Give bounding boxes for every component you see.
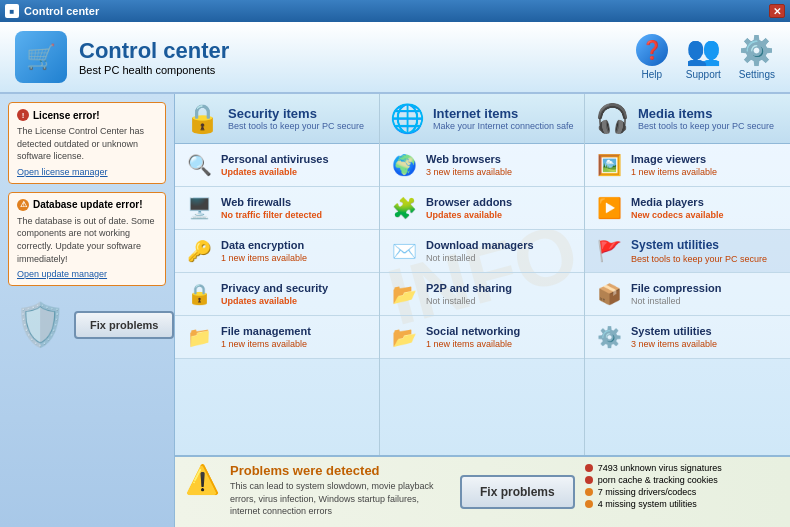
problem-item-2: porn cache & tracking cookies — [585, 475, 780, 485]
database-error-box: ⚠ Database update error! The database is… — [8, 192, 166, 286]
bullet-red-2 — [585, 476, 593, 484]
media-players-item[interactable]: ▶️ Media players New codecs available — [585, 187, 790, 230]
media-column: 🎧 Media items Best tools to keep your PC… — [585, 94, 790, 455]
encryption-icon: 🔑 — [185, 237, 213, 265]
compression-icon: 📦 — [595, 280, 623, 308]
title-bar: ■ Control center ✕ — [0, 0, 790, 22]
help-button[interactable]: ❓ Help — [636, 34, 668, 80]
p2p-icon: 📂 — [390, 280, 418, 308]
encryption-item[interactable]: 🔑 Data encryption 1 new items available — [175, 230, 379, 273]
media-col-icon: 🎧 — [595, 102, 630, 135]
media-players-icon: ▶️ — [595, 194, 623, 222]
privacy-text: Privacy and security Updates available — [221, 282, 328, 306]
main-content: INFO 🔒 Security items Best tools to keep… — [175, 94, 790, 527]
social-item[interactable]: 📂 Social networking 1 new items availabl… — [380, 316, 584, 359]
warning-dot: ⚠ — [17, 199, 29, 211]
download-text: Download managers Not installed — [426, 239, 534, 263]
p2p-text: P2P and sharing Not installed — [426, 282, 512, 306]
problems-text: This can lead to system slowdown, movie … — [230, 480, 450, 518]
sys-utilities2-icon: ⚙️ — [595, 323, 623, 351]
download-item[interactable]: ✉️ Download managers Not installed — [380, 230, 584, 273]
addons-icon: 🧩 — [390, 194, 418, 222]
social-icon: 📂 — [390, 323, 418, 351]
image-viewers-icon: 🖼️ — [595, 151, 623, 179]
sys-utilities-header-item[interactable]: 🚩 System utilities Best tools to keep yo… — [585, 230, 790, 273]
internet-col-icon: 🌐 — [390, 102, 425, 135]
addons-item[interactable]: 🧩 Browser addons Updates available — [380, 187, 584, 230]
encryption-text: Data encryption 1 new items available — [221, 239, 307, 263]
p2p-item[interactable]: 📂 P2P and sharing Not installed — [380, 273, 584, 316]
fix-problems-button[interactable]: Fix problems — [74, 311, 174, 339]
problems-icon: ⚠️ — [185, 463, 220, 496]
file-mgmt-icon: 📁 — [185, 323, 213, 351]
sys-utilities-text: System utilities Best tools to keep your… — [631, 238, 767, 264]
security-header: 🔒 Security items Best tools to keep your… — [175, 94, 379, 144]
file-mgmt-item[interactable]: 📁 File management 1 new items available — [175, 316, 379, 359]
sys-utilities-icon: 🚩 — [595, 237, 623, 265]
security-col-icon: 🔒 — [185, 102, 220, 135]
help-icon: ❓ — [636, 34, 668, 66]
app-title: Control center — [79, 38, 229, 64]
fix-section-icon: 🛡️ — [14, 300, 66, 349]
browsers-item[interactable]: 🌍 Web browsers 3 new items available — [380, 144, 584, 187]
app-logo: 🛒 — [15, 31, 67, 83]
sidebar: ! License error! The License Control Cen… — [0, 94, 175, 527]
title-bar-title: Control center — [24, 5, 99, 17]
problems-info: Problems were detected This can lead to … — [230, 463, 450, 518]
internet-header-text: Internet items Make your Internet connec… — [433, 106, 574, 131]
firewall-icon: 🖥️ — [185, 194, 213, 222]
firewall-item[interactable]: 🖥️ Web firewalls No traffic filter detec… — [175, 187, 379, 230]
addons-text: Browser addons Updates available — [426, 196, 512, 220]
problems-bar: ⚠️ Problems were detected This can lead … — [175, 455, 790, 527]
bullet-orange-2 — [585, 500, 593, 508]
logo-icon: 🛒 — [26, 43, 56, 71]
header-title-group: Control center Best PC health components — [79, 38, 229, 76]
license-manager-link[interactable]: Open license manager — [17, 167, 157, 177]
database-error-title: ⚠ Database update error! — [17, 199, 157, 211]
problem-item-1: 7493 unknown virus signatures — [585, 463, 780, 473]
license-error-text: The License Control Center has detected … — [17, 125, 157, 163]
fix-problems-button-2[interactable]: Fix problems — [460, 475, 575, 509]
privacy-item[interactable]: 🔒 Privacy and security Updates available — [175, 273, 379, 316]
bullet-red-1 — [585, 464, 593, 472]
content-area: ! License error! The License Control Cen… — [0, 94, 790, 527]
app-subtitle: Best PC health components — [79, 64, 229, 76]
support-icon: 👥 — [687, 34, 719, 66]
problems-list: 7493 unknown virus signatures porn cache… — [585, 463, 780, 509]
download-icon: ✉️ — [390, 237, 418, 265]
settings-button[interactable]: ⚙️ Settings — [739, 34, 775, 80]
header-right: ❓ Help 👥 Support ⚙️ Settings — [636, 34, 775, 80]
app-icon: ■ — [5, 4, 19, 18]
antivirus-item[interactable]: 🔍 Personal antiviruses Updates available — [175, 144, 379, 187]
file-mgmt-text: File management 1 new items available — [221, 325, 311, 349]
image-viewers-text: Image viewers 1 new items available — [631, 153, 717, 177]
media-players-text: Media players New codecs available — [631, 196, 724, 220]
browsers-text: Web browsers 3 new items available — [426, 153, 512, 177]
problems-title: Problems were detected — [230, 463, 450, 478]
license-error-box: ! License error! The License Control Cen… — [8, 102, 166, 184]
compression-text: File compression Not installed — [631, 282, 721, 306]
compression-item[interactable]: 📦 File compression Not installed — [585, 273, 790, 316]
social-text: Social networking 1 new items available — [426, 325, 520, 349]
title-bar-left: ■ Control center — [5, 4, 99, 18]
media-header-text: Media items Best tools to keep your PC s… — [638, 106, 774, 131]
internet-header: 🌐 Internet items Make your Internet conn… — [380, 94, 584, 144]
support-button[interactable]: 👥 Support — [686, 34, 721, 80]
items-grid: INFO 🔒 Security items Best tools to keep… — [175, 94, 790, 455]
sys-utilities2-text: System utilities 3 new items available — [631, 325, 717, 349]
sys-utilities2-item[interactable]: ⚙️ System utilities 3 new items availabl… — [585, 316, 790, 359]
problem-item-3: 7 missing drivers/codecs — [585, 487, 780, 497]
header-left: 🛒 Control center Best PC health componen… — [15, 31, 229, 83]
database-error-text: The database is out of date. Some compon… — [17, 215, 157, 265]
license-error-title: ! License error! — [17, 109, 157, 121]
antivirus-text: Personal antiviruses Updates available — [221, 153, 329, 177]
security-column: 🔒 Security items Best tools to keep your… — [175, 94, 380, 455]
close-button[interactable]: ✕ — [769, 4, 785, 18]
security-header-text: Security items Best tools to keep your P… — [228, 106, 364, 131]
problem-item-4: 4 missing system utilities — [585, 499, 780, 509]
media-header: 🎧 Media items Best tools to keep your PC… — [585, 94, 790, 144]
update-manager-link[interactable]: Open update manager — [17, 269, 157, 279]
bullet-orange-1 — [585, 488, 593, 496]
browsers-icon: 🌍 — [390, 151, 418, 179]
image-viewers-item[interactable]: 🖼️ Image viewers 1 new items available — [585, 144, 790, 187]
